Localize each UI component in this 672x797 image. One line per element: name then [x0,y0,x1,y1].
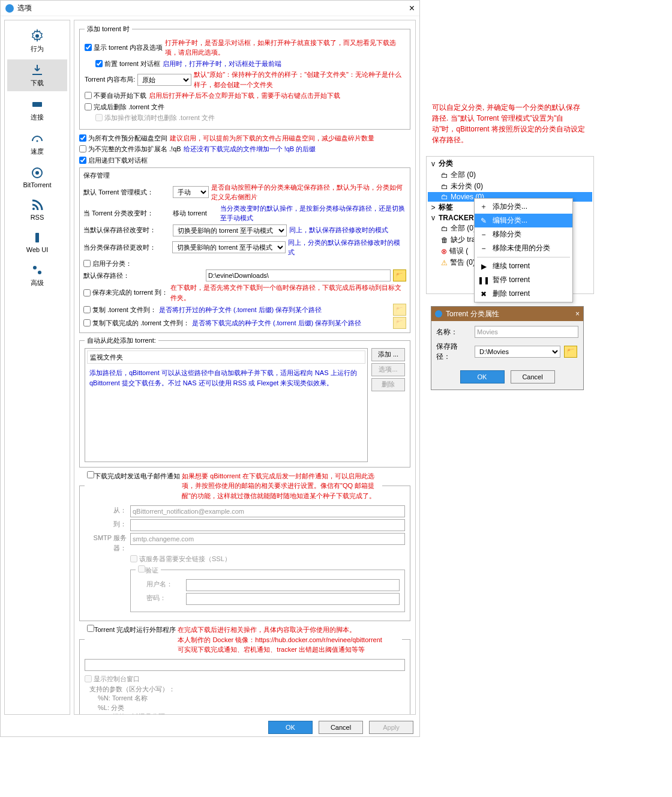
svg-point-8 [38,271,41,274]
suffix-checkbox[interactable]: 为不完整的文件添加扩展名 .!qB [79,144,181,154]
def-path-change-ann: 同上，默认保存路径修改时的模式 [289,225,388,235]
display-content-checkbox[interactable]: 显示 torrent 内容及选项 [85,43,163,53]
web-icon [30,230,44,245]
bring-front-checkbox[interactable]: 前置 torrent 对话框 [95,59,160,69]
app-icon [435,310,442,317]
tree-category-item[interactable]: 🗀 全部 (0) [428,169,592,181]
gear-icon [30,29,44,43]
sidebar-item-下载[interactable]: 下载 [7,59,67,91]
no-autostart-ann: 启用后打开种子后不会立即开始下载，需要手动右键点击开始下载 [149,91,340,101]
watch-folder-list[interactable]: 监视文件夹 添加路径后，qBittorrent 可以从这些路径中自动加载种子并下… [85,348,368,462]
runprog-checkbox[interactable]: Torrent 完成时运行外部程序 [87,626,176,633]
svg-point-7 [33,266,37,269]
folder-icon: 🗀 [441,224,448,233]
add-watch-button[interactable]: 添加 ... [371,348,405,361]
sidebar-item-行为[interactable]: 行为 [7,25,67,57]
sidebar-item-BitTorrent[interactable]: BitTorrent [7,162,67,192]
prop-ok-button[interactable]: OK [460,370,505,383]
ctx-delete[interactable]: ✖删除 torrent [475,287,572,301]
copy-torrent-ann: 是否将打开过的种子文件 (.torrent 后缀) 保存到某个路径 [159,305,391,315]
close-icon[interactable]: × [575,310,580,318]
delete-cancel-checkbox: 添加操作被取消时也删除 .torrent 文件 [95,113,215,123]
folder-icon: 🗀 [441,193,448,201]
cat-path-change-select[interactable]: 切换受影响的 torrent 至手动模式 [172,241,286,253]
adv-icon [30,263,44,277]
sidebar-item-连接[interactable]: 连接 [7,94,67,125]
ok-button[interactable]: OK [268,721,313,734]
email-ann: 如果想要 qBittorrent 在下载完成后发一封邮件通知，可以启用此选项，并… [182,471,380,501]
opts-watch-button: 选项... [371,363,405,376]
email-checkbox[interactable]: 下载完成时发送电子邮件通知 [87,472,180,480]
no-autostart-checkbox[interactable]: 不要自动开始下载 [85,91,146,101]
prop-cancel-button[interactable]: Cancel [511,370,555,383]
svg-point-5 [32,208,35,210]
ctx-resume[interactable]: ▶继续 torrent [475,259,572,273]
close-icon[interactable]: × [409,3,415,14]
copy-torrent-checkbox[interactable]: 复制 .torrent 文件到： [83,305,157,315]
default-save-input[interactable] [206,269,391,281]
cancel-button[interactable]: Cancel [319,721,363,734]
to-label: 到： [85,519,127,531]
apply-button: Apply [369,721,413,734]
watch-folder-header: 监视文件夹 [87,350,365,364]
gauge-icon [30,131,44,146]
prop-title: Torrent 分类属性 [446,309,499,319]
incomplete-checkbox[interactable]: 保存未完成的 torrent 到： [83,287,168,298]
path-select[interactable]: D:\Movies [475,346,560,358]
ctx-remove-unused[interactable]: −移除未使用的分类 [475,241,572,255]
copy-finished-checkbox[interactable]: 复制下载完成的 .torrent 文件到： [83,318,190,328]
subcat-checkbox[interactable]: 启用子分类： [83,259,132,269]
save-mgmt-group: 保存管理 默认 Torrent 管理模式： 手动 是否自动按照种子的分类来确定保… [79,167,410,333]
layout-select[interactable]: 原始 [137,74,191,86]
smtp-input [130,533,405,545]
ctx-remove-category[interactable]: −移除分类 [475,227,572,241]
copy-finished-ann: 是否将下载完成的种子文件 (.torrent 后缀) 保存到某个路径 [192,318,391,328]
download-icon [30,63,44,77]
email-group: 下载完成时发送电子邮件通知 如果想要 qBittorrent 在下载完成后发一封… [79,471,410,622]
sidebar-item-速度[interactable]: 速度 [7,128,67,160]
save-mgmt-legend: 保存管理 [83,170,406,181]
sidebar-item-label: 行为 [31,44,44,53]
from-label: 从： [85,505,127,517]
ctx-pause[interactable]: ❚❚暂停 torrent [475,273,572,287]
sidebar-item-Web UI[interactable]: Web UI [7,227,67,257]
suffix-ann: 给还没有下载完成的文件增加一个 !qB 的后缀 [184,144,316,154]
show-console-checkbox: 显示控制台窗口 [85,674,140,684]
ctx-add-category[interactable]: ＋添加分类... [475,200,572,214]
incomplete-ann: 在下载时，是否先将文件下载到一个临时保存路径，下载完成后再移动到目标文件夹。 [170,283,406,302]
browse-button[interactable]: 📁 [393,269,406,281]
sidebar-item-label: 速度 [31,147,44,156]
delete-after-checkbox[interactable]: 完成后删除 .torrent 文件 [85,102,164,112]
runprog-ann: 在完成下载后进行相关操作，具体内容取决于你使用的脚本。 本人制作的 Docker… [178,625,400,655]
tree-categories-header[interactable]: v分类 [428,158,592,169]
from-input [130,505,405,517]
browse-button[interactable]: 📁 [564,346,577,358]
prealloc-checkbox[interactable]: 为所有文件预分配磁盘空间 [79,133,167,143]
browse-button[interactable]: 📁 [393,317,406,329]
user-label: 用户名： [146,579,182,591]
display-content-ann: 打开种子时，是否显示对话框，如果打开种子就直接下载了，而又想看见下载选项，请启用… [165,38,405,58]
layout-label: Torrent 内容布局: [85,74,135,85]
options-dialog: 选项 × 行为下载连接速度BitTorrentRSSWeb UI高级 添加 to… [0,0,420,737]
recur-checkbox[interactable]: 启用递归下载对话框 [79,155,148,166]
to-input [130,519,405,531]
ctx-edit-category[interactable]: ✎编辑分类... [475,214,572,227]
mode-select[interactable]: 手动 [173,186,209,198]
def-path-change-select[interactable]: 切换受影响的 torrent 至手动模式 [173,224,287,236]
name-label: 名称： [436,327,471,337]
cat-change-value: 移动 torrent [173,208,218,218]
pause-icon: ❚❚ [479,276,488,284]
warn-icon: ⚠ [441,259,448,267]
cat-change-label: 当 Torrent 分类改变时： [83,208,170,218]
sidebar-item-RSS[interactable]: RSS [7,194,67,224]
folder-icon: 🗀 [441,182,448,191]
cat-change-ann: 当分类改变时的默认操作，是按新分类移动保存路径，还是切换至手动模式 [220,203,406,223]
path-label: 保存路径： [436,341,471,362]
smtp-label: SMTP 服务器： [85,533,127,553]
tree-category-item[interactable]: 🗀 未分类 (0) [428,181,592,192]
delete-icon: ✖ [479,290,488,298]
svg-point-0 [35,34,39,38]
sidebar-item-高级[interactable]: 高级 [7,259,67,291]
browse-button[interactable]: 📁 [393,304,406,316]
bt-icon [30,166,44,180]
